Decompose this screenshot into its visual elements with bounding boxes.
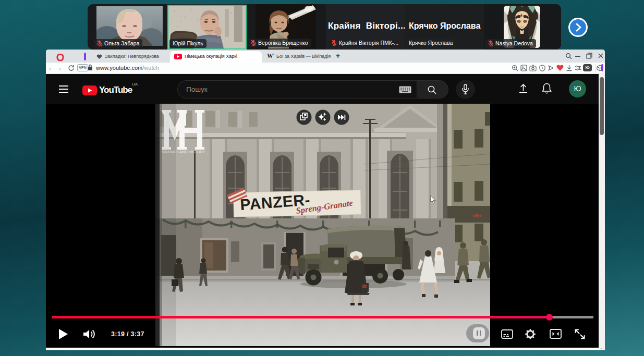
svg-text:o5o: o5o <box>472 213 481 218</box>
